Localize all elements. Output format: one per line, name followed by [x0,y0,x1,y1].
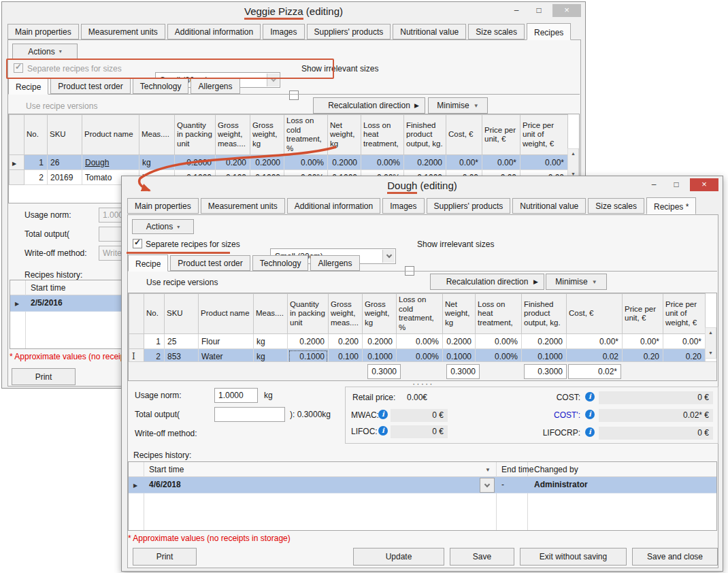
tab-measurement-units[interactable]: Measurement units [81,24,165,39]
minimize-icon[interactable]: – [645,178,663,191]
col-product-name[interactable]: Product name [82,115,139,155]
cell[interactable]: 0.2000 [250,155,284,170]
col-net-weight[interactable]: Net weight, kg [443,294,476,334]
history-col-end-time[interactable]: End time [501,465,533,474]
total-output-input[interactable] [214,407,285,422]
cell[interactable]: 25 [165,334,199,349]
cell[interactable]: 2 [24,170,48,185]
col-product-name[interactable]: Product name [199,294,254,334]
recalculation-direction-button[interactable]: Recalculation direction ▶ [430,274,544,290]
history-changed-by-value[interactable]: Administrator [534,480,588,489]
tab-size-scales[interactable]: Size scales [588,198,644,214]
info-icon[interactable]: i [378,410,388,419]
minimize-icon[interactable]: – [508,4,525,17]
tab-suppliers-products[interactable]: Suppliers' products [427,198,511,214]
info-icon[interactable]: i [585,392,595,402]
close-icon[interactable]: × [690,178,718,191]
info-icon[interactable]: i [378,426,388,436]
recalculation-direction-button[interactable]: Recalculation direction ▶ [313,97,425,114]
tab-additional-information[interactable]: Additional information [287,198,380,214]
actions-button[interactable]: Actions ▾ [12,44,78,59]
col-qty-packing[interactable]: Quantity in packing unit [175,115,216,155]
cell[interactable]: 0.2000 [522,334,567,349]
subtab-technology[interactable]: Technology [133,78,189,94]
titlebar[interactable]: Veggie Pizza (editing) – □ × [2,2,585,21]
col-gross-weight-kg[interactable]: Gross weight, kg [250,115,284,155]
cell[interactable]: 0.00* [446,155,482,170]
cell[interactable]: 0.00% [284,155,328,170]
col-finished-output[interactable]: Finished product output, kg. [404,115,446,155]
col-meas[interactable]: Meas.... [139,115,175,155]
cell[interactable]: 0.00* [567,334,623,349]
dough-link[interactable]: Dough [82,155,139,170]
minimise-button[interactable]: Minimise ▼ [428,97,488,114]
cell[interactable]: 0.2000 [443,334,476,349]
usage-norm-input[interactable]: 1.0000 [214,388,258,403]
scroll-up-icon[interactable]: ▲ [708,329,713,336]
cell[interactable]: 26 [48,155,82,170]
save-and-close-button[interactable]: Save and close [632,548,718,566]
cell[interactable]: 0.200 [329,334,363,349]
cell[interactable]: 0.00* [520,155,568,170]
subtab-product-test-order[interactable]: Product test order [50,78,130,94]
col-loss-cold[interactable]: Loss on cold treatment, % [284,115,328,155]
scroll-up-icon[interactable]: ▲ [571,150,576,157]
cell[interactable]: kg [254,334,288,349]
cell[interactable]: 0.00* [663,334,706,349]
print-button[interactable]: Print [12,368,76,385]
cell[interactable]: 0.00% [361,155,404,170]
col-price-unit[interactable]: Price per unit, € [623,294,663,334]
subtab-recipe[interactable]: Recipe [128,255,168,272]
col-no[interactable]: No. [144,294,165,334]
exit-without-saving-button[interactable]: Exit without saving [520,548,627,566]
cell[interactable]: kg [139,155,175,170]
close-icon[interactable]: × [552,4,581,17]
scroll-down-icon[interactable]: ▼ [708,350,713,357]
col-loss-cold[interactable]: Loss on cold treatment, % [397,294,443,334]
cell[interactable]: 1 [24,155,48,170]
history-row[interactable]: ▶ 4/6/2018 - Administrator [129,477,716,493]
cell[interactable]: 0.00* [482,155,520,170]
tab-main-properties[interactable]: Main properties [127,198,199,214]
info-icon[interactable]: i [585,410,595,419]
minimise-button[interactable]: Minimise ▼ [546,274,607,290]
tab-recipes[interactable]: Recipes * [646,197,696,214]
cell[interactable]: 0.2000 [404,155,446,170]
titlebar[interactable]: Dough (editing) – □ × [122,176,723,195]
cell[interactable]: 0.2000 [288,334,329,349]
table-row[interactable]: ▶ 1 26 Dough kg 0.2000 0.200 0.2000 0.00… [10,155,568,170]
tab-images[interactable]: Images [382,198,424,214]
tab-size-scales[interactable]: Size scales [468,24,525,39]
subtab-technology[interactable]: Technology [252,255,309,271]
col-price-weight[interactable]: Price per unit of weight, € [520,115,568,155]
cell[interactable]: 0.00% [397,334,443,349]
maximize-icon[interactable]: □ [667,178,685,191]
col-gross-weight-meas[interactable]: Gross weight, meas.... [216,115,250,155]
col-no[interactable]: No. [24,115,48,155]
history-start-value[interactable]: 2/5/2016 [31,298,63,308]
cell[interactable]: 0.2000 [175,155,216,170]
cell[interactable]: 0.00% [476,334,522,349]
col-cost[interactable]: Cost, € [567,294,623,334]
col-gross-weight-meas[interactable]: Gross weight, meas.... [329,294,363,334]
col-loss-heat[interactable]: Loss on heat treatment, [361,115,404,155]
maximize-icon[interactable]: □ [530,4,548,17]
subtab-allergens[interactable]: Allergens [310,255,359,271]
tab-measurement-units[interactable]: Measurement units [201,198,285,214]
col-sku[interactable]: SKU [48,115,82,155]
col-qty-packing[interactable]: Quantity in packing unit [288,294,329,334]
tab-main-properties[interactable]: Main properties [7,24,79,39]
tab-recipes[interactable]: Recipes [527,23,571,40]
actions-button[interactable]: Actions ▾ [132,219,194,234]
col-net-weight[interactable]: Net weight, kg [328,115,361,155]
tab-suppliers-products[interactable]: Suppliers' products [307,24,391,39]
history-col-start-time[interactable]: Start time [149,465,184,474]
history-col-changed-by[interactable]: Changed by [534,465,578,474]
history-date-combo-button[interactable] [480,478,495,493]
subtab-product-test-order[interactable]: Product test order [170,255,250,271]
tab-images[interactable]: Images [263,24,304,39]
col-finished-output[interactable]: Finished product output, kg. [522,294,567,334]
cell[interactable]: 0.2000 [363,334,397,349]
info-icon[interactable]: i [585,427,595,437]
col-loss-heat[interactable]: Loss on heat treatment, [476,294,522,334]
